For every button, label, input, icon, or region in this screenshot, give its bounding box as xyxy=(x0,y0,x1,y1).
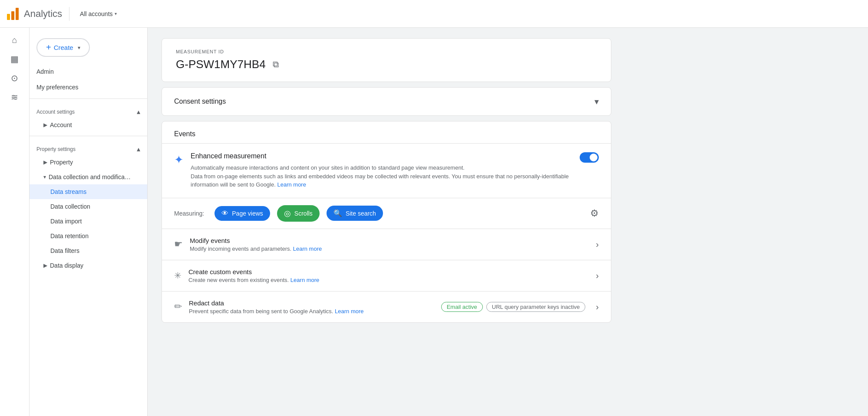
data-import-label: Data import xyxy=(50,218,82,225)
sidebar-item-data-streams[interactable]: Data streams xyxy=(30,184,147,199)
measurement-id-value-row: G-PSW1MY7HB4 ⧉ xyxy=(176,58,597,71)
redact-data-badges: Email active URL query parameter keys in… xyxy=(441,302,586,312)
measuring-label: Measuring: xyxy=(174,210,204,217)
sidebar-item-data-import[interactable]: Data import xyxy=(30,214,147,229)
create-custom-events-learn-more-link[interactable]: Learn more xyxy=(290,277,319,283)
logo-bar-3 xyxy=(16,8,19,20)
modify-events-icon: ☛ xyxy=(174,239,183,250)
advertising-icon-button[interactable]: ≋ xyxy=(6,88,23,106)
logo-bar-1 xyxy=(7,14,10,20)
expand-icon: ▶ xyxy=(43,262,47,269)
data-display-label: Data display xyxy=(50,262,83,269)
toggle-slider xyxy=(580,152,599,163)
enhanced-measurement-toggle[interactable] xyxy=(580,152,599,163)
create-custom-events-chevron-icon: › xyxy=(596,271,599,281)
consent-settings-title: Consent settings xyxy=(174,98,226,105)
create-button[interactable]: + Create ▾ xyxy=(36,38,90,57)
modify-events-learn-more-link[interactable]: Learn more xyxy=(293,246,322,252)
sidebar-icons: ⌂ ▦ ⊙ ≋ xyxy=(0,28,30,416)
main-content: MEASUREMENT ID G-PSW1MY7HB4 ⧉ Consent se… xyxy=(148,28,868,416)
sidebar-nav: + Create ▾ Admin My preferences Account … xyxy=(30,28,147,280)
top-bar: Analytics All accounts ▾ xyxy=(0,0,868,28)
account-settings-collapse[interactable]: ▴ xyxy=(137,108,140,116)
url-query-inactive-badge: URL query parameter keys inactive xyxy=(486,302,586,312)
create-custom-events-row[interactable]: ✳ Create custom events Create new events… xyxy=(162,260,611,292)
em-learn-more-link[interactable]: Learn more xyxy=(277,181,306,188)
scrolls-label: Scrolls xyxy=(294,210,313,217)
events-header: Events xyxy=(162,121,611,144)
redact-data-content: Redact data Prevent specific data from b… xyxy=(189,299,434,314)
sidebar-item-data-display[interactable]: ▶ Data display xyxy=(30,258,147,273)
measuring-row: Measuring: 👁 Page views ◎ Scrolls 🔍 Site… xyxy=(162,198,611,229)
modify-events-title: Modify events xyxy=(190,237,585,244)
sidebar-item-property[interactable]: ▶ Property xyxy=(30,155,147,170)
site-search-label: Site search xyxy=(346,210,376,217)
sidebar-item-data-collection[interactable]: Data collection xyxy=(30,199,147,214)
create-custom-events-content: Create custom events Create new events f… xyxy=(188,268,585,283)
property-settings-header: Property settings ▴ xyxy=(30,140,147,155)
data-streams-label: Data streams xyxy=(50,188,86,195)
sidebar-item-data-collection-modification[interactable]: ▾ Data collection and modifica… xyxy=(30,170,147,184)
scroll-icon: ◎ xyxy=(284,209,291,218)
sparkle-icon: ✦ xyxy=(174,153,184,167)
consent-settings-chevron-icon: ▾ xyxy=(594,96,599,107)
enhanced-measurement-section: ✦ Enhanced measurement Automatically mea… xyxy=(162,144,611,198)
scrolls-chip[interactable]: ◎ Scrolls xyxy=(277,205,320,222)
redact-data-icon: ✏ xyxy=(174,301,182,312)
data-collection-label: Data collection and modifica… xyxy=(49,174,131,180)
modify-events-content: Modify events Modify incoming events and… xyxy=(190,237,585,252)
property-settings-label: Property settings xyxy=(36,146,76,152)
sidebar-item-data-retention[interactable]: Data retention xyxy=(30,229,147,243)
app-title: Analytics xyxy=(24,8,62,20)
em-desc-text: Automatically measure interactions and c… xyxy=(191,164,465,171)
sidebar-item-my-preferences[interactable]: My preferences xyxy=(30,79,147,95)
reports-icon-button[interactable]: ▦ xyxy=(6,50,23,68)
explore-icon-button[interactable]: ⊙ xyxy=(6,69,23,87)
divider xyxy=(69,7,69,21)
consent-settings-card[interactable]: Consent settings ▾ xyxy=(162,87,611,116)
home-icon-button[interactable]: ⌂ xyxy=(6,31,23,49)
email-active-badge: Email active xyxy=(441,302,483,312)
modify-events-desc-text: Modify incoming events and parameters. xyxy=(190,246,291,252)
create-btn-label: Create xyxy=(54,44,73,51)
create-custom-events-desc-text: Create new events from existing events. xyxy=(188,277,289,283)
measuring-gear-button[interactable]: ⚙ xyxy=(590,208,599,219)
chevron-down-icon: ▾ xyxy=(115,11,117,16)
redact-data-learn-more-link[interactable]: Learn more xyxy=(335,308,363,314)
measurement-id-card: MEASUREMENT ID G-PSW1MY7HB4 ⧉ xyxy=(162,38,611,82)
redact-data-desc: Prevent specific data from being sent to… xyxy=(189,308,434,314)
dropdown-icon: ▾ xyxy=(78,45,80,51)
property-label: Property xyxy=(50,159,73,166)
modify-events-row[interactable]: ☛ Modify events Modify incoming events a… xyxy=(162,229,611,260)
search-chip-icon: 🔍 xyxy=(333,209,342,217)
redact-data-chevron-icon: › xyxy=(596,302,599,312)
content-inner: MEASUREMENT ID G-PSW1MY7HB4 ⧉ Consent se… xyxy=(148,28,625,338)
eye-icon: 👁 xyxy=(221,210,228,217)
sidebar-item-admin[interactable]: Admin xyxy=(30,64,147,79)
create-custom-events-icon: ✳ xyxy=(174,270,182,281)
enhanced-measurement-title: Enhanced measurement xyxy=(191,152,573,160)
sidebar-item-account[interactable]: ▶ Account xyxy=(30,118,147,132)
redact-data-row[interactable]: ✏ Redact data Prevent specific data from… xyxy=(162,292,611,322)
data-retention-label: Data retention xyxy=(50,233,89,239)
copy-button[interactable]: ⧉ xyxy=(271,58,281,71)
logo-icon xyxy=(7,8,19,20)
enhanced-measurement-description: Automatically measure interactions and c… xyxy=(191,164,573,189)
divider xyxy=(30,136,147,136)
expand-icon: ▶ xyxy=(43,122,47,128)
property-settings-collapse[interactable]: ▴ xyxy=(137,145,140,153)
layout: ⌂ ▦ ⊙ ≋ + Create ▾ Admin My preferences … xyxy=(0,0,868,416)
expand-icon: ▾ xyxy=(43,174,46,180)
page-views-chip[interactable]: 👁 Page views xyxy=(215,206,270,221)
divider xyxy=(30,98,147,99)
events-card: Events ✦ Enhanced measurement Automatica… xyxy=(162,121,611,323)
all-accounts-button[interactable]: All accounts ▾ xyxy=(76,9,120,19)
enhanced-measurement-content: Enhanced measurement Automatically measu… xyxy=(191,152,573,189)
my-preferences-label: My preferences xyxy=(36,84,78,91)
sidebar-item-data-filters[interactable]: Data filters xyxy=(30,243,147,258)
modify-events-desc: Modify incoming events and parameters. L… xyxy=(190,246,585,252)
admin-label: Admin xyxy=(36,68,54,75)
site-search-chip[interactable]: 🔍 Site search xyxy=(327,206,383,221)
gear-icon: ⚙ xyxy=(590,208,599,219)
modify-events-chevron-icon: › xyxy=(596,239,599,249)
